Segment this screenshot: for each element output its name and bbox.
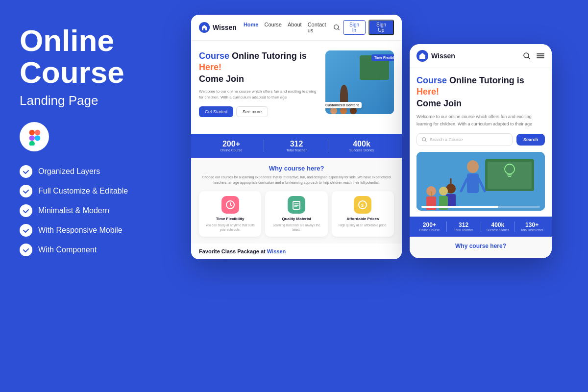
desktop-logo: Wissen [199, 22, 237, 33]
features-list: Organized Layers Full Customize & Editab… [20, 165, 167, 256]
svg-point-12 [422, 138, 426, 141]
main-title: Online Course [20, 24, 167, 88]
mobile-stat-instructors: 130+ Total Instructors [515, 221, 549, 232]
feature-time-desc: You can study at anytime that suits your… [203, 223, 257, 232]
mobile-search-button[interactable]: Search [516, 134, 545, 146]
feature-quality-title: Quality Material [269, 217, 323, 221]
mobile-hero-desc: Welcome to our online course which offer… [416, 113, 545, 127]
figma-icon [20, 122, 49, 151]
feature-item-2: Full Customize & Editable [20, 185, 167, 197]
desktop-why-title: Why course here? [199, 165, 394, 172]
svg-rect-5 [203, 28, 205, 30]
student-3 [350, 107, 357, 114]
svg-point-3 [35, 135, 40, 141]
mobile-why: Why course here? [410, 237, 552, 258]
mobile-search-icon[interactable] [522, 51, 531, 60]
nav-link-about[interactable]: About [288, 22, 302, 33]
nav-link-course[interactable]: Course [264, 22, 281, 33]
student-2 [340, 107, 347, 114]
mobile-logo: Wissen [416, 50, 522, 62]
feature-item-4: With Responsive Mobile [20, 224, 167, 237]
hero-image-placeholder: Time Flexible Customized Content [325, 50, 394, 114]
desktop-nav-actions: Sign In Sign Up [333, 20, 394, 35]
svg-point-23 [439, 187, 448, 196]
mobile-menu-icon[interactable] [536, 51, 545, 60]
desktop-favorite-title: Favorite Class Package at Wissen [199, 248, 394, 254]
get-started-button[interactable]: Get Started [199, 106, 233, 117]
stat-total-teacher: 312 Total Teacher [264, 140, 329, 152]
svg-point-0 [29, 130, 35, 135]
mobile-mockup: Wissen Course Online Tutoring is Here! C… [410, 44, 552, 258]
svg-point-2 [35, 130, 40, 135]
feature-card-time: Time Flexibility You can study at anytim… [199, 191, 261, 237]
classroom-illustration [416, 152, 545, 211]
badge-time-flexible: Time Flexible [371, 54, 394, 61]
teacher-body [340, 85, 348, 104]
svg-point-4 [29, 141, 35, 146]
mobile-nav-icons [522, 51, 545, 60]
svg-rect-20 [426, 196, 436, 210]
signup-button[interactable]: Sign Up [368, 20, 394, 35]
feature-card-quality: Quality Material Learning materials are … [265, 191, 327, 237]
badge-customized: Customized Content [325, 102, 362, 108]
right-area: Wissen Home Course About Contact us Sign… [186, 0, 588, 392]
desktop-hero-text: Course Online Tutoring is Here! Come Joi… [199, 50, 319, 134]
desktop-stats: 200+ Online Course 312 Total Teacher 400… [191, 134, 402, 158]
svg-point-1 [29, 135, 35, 141]
progress-bar [421, 206, 540, 208]
svg-rect-18 [467, 173, 479, 193]
desktop-mockup: Wissen Home Course About Contact us Sign… [191, 15, 402, 259]
desktop-why: Why course here? Choose our courses for … [191, 158, 402, 244]
feature-quality-desc: Learning materials are always the latest… [269, 223, 323, 232]
mobile-stat-course: 200+ Online Course [413, 221, 447, 232]
search-input-icon [422, 137, 427, 142]
nav-link-contact[interactable]: Contact us [308, 22, 326, 33]
mobile-search-field[interactable]: Search a Course [416, 133, 513, 146]
feature-item-3: Minimalist & Modern [20, 204, 167, 217]
mobile-nav: Wissen [410, 44, 552, 68]
mobile-stats: 200+ Online Course 312 Total Teacher 400… [410, 217, 552, 237]
check-icon-4 [20, 224, 32, 237]
check-icon-1 [20, 165, 32, 178]
desktop-features-grid: Time Flexibility You can study at anytim… [199, 191, 394, 237]
desktop-nav: Wissen Home Course About Contact us Sign… [191, 15, 402, 41]
feature-card-price: $ Affordable Prices High quality at an a… [332, 191, 394, 237]
desktop-hero-image: Time Flexible Customized Content [325, 50, 394, 134]
mobile-search: Search a Course Search [416, 133, 545, 146]
search-icon[interactable] [333, 24, 340, 31]
mobile-stat-teacher: 312 Total Teacher [447, 221, 481, 232]
stat-online-course: 200+ Online Course [199, 140, 264, 152]
see-more-button[interactable]: See more [236, 106, 268, 117]
student-1 [330, 107, 337, 114]
nav-link-home[interactable]: Home [244, 22, 259, 33]
check-icon-3 [20, 204, 32, 217]
check-icon-5 [20, 244, 32, 256]
svg-text:$: $ [361, 203, 364, 208]
progress-bar-fill [421, 206, 498, 208]
subtitle: Landing Page [20, 93, 167, 108]
svg-point-17 [467, 160, 479, 173]
feature-price-title: Affordable Prices [336, 217, 390, 221]
svg-point-6 [334, 25, 338, 29]
quality-icon [288, 196, 305, 214]
feature-item-5: With Component [20, 244, 167, 256]
students-row [330, 107, 357, 114]
mobile-stat-stories: 400k Success Stories [481, 221, 515, 232]
desktop-hero: Course Online Tutoring is Here! Come Joi… [191, 41, 402, 134]
mobile-logo-icon [416, 50, 428, 62]
stat-success-stories: 400k Success Stories [329, 140, 394, 152]
left-panel: Online Course Landing Page Organized Lay… [0, 0, 186, 392]
desktop-favorite: Favorite Class Package at Wissen [191, 244, 402, 259]
svg-point-11 [524, 53, 529, 58]
feature-time-title: Time Flexibility [203, 217, 257, 221]
check-icon-2 [20, 185, 32, 197]
desktop-why-desc: Choose our courses for a learning experi… [199, 175, 394, 185]
desktop-hero-desc: Welcome to our online course which offer… [199, 89, 319, 100]
feature-price-desc: High quality at an affordable price. [336, 223, 390, 227]
signin-button[interactable]: Sign In [343, 20, 366, 35]
mobile-why-title: Why course here? [416, 243, 545, 249]
desktop-logo-icon [199, 22, 210, 33]
price-icon: $ [354, 196, 371, 214]
mobile-course-image-inner [416, 152, 545, 211]
time-icon [221, 196, 239, 214]
